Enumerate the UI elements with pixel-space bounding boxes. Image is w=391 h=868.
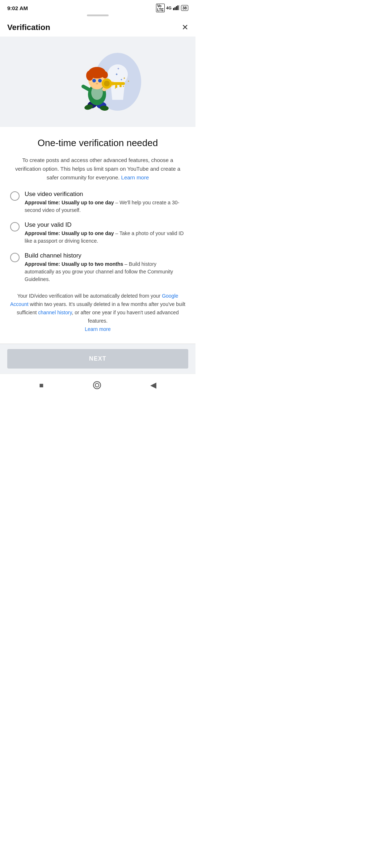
option-id: Use your valid ID Approval time: Usually… <box>10 221 185 245</box>
close-button[interactable]: ✕ <box>182 24 188 31</box>
svg-text:✦: ✦ <box>115 72 118 76</box>
option-history-desc: Approval time: Usually up to two months … <box>25 260 185 283</box>
option-video-text: Use video verification Approval time: Us… <box>25 191 185 214</box>
svg-line-21 <box>83 86 90 90</box>
option-video: Use video verification Approval time: Us… <box>10 191 185 214</box>
description-text: To create posts and access other advance… <box>10 156 185 182</box>
radio-history[interactable] <box>10 253 20 262</box>
bottom-nav: ■ ◀ <box>0 374 196 396</box>
next-button[interactable]: NEXT <box>7 349 188 369</box>
svg-rect-33 <box>119 85 122 87</box>
main-content: One-time verification needed To create p… <box>0 127 196 333</box>
verification-options: Use video verification Approval time: Us… <box>10 191 185 283</box>
radio-id[interactable] <box>10 222 20 231</box>
svg-point-28 <box>96 83 98 84</box>
header: Verification ✕ <box>0 19 196 37</box>
svg-point-26 <box>92 79 96 82</box>
status-icons: VoLTE 4G 38 <box>156 4 188 12</box>
footer-note: Your ID/video verification will be autom… <box>10 292 185 333</box>
svg-point-24 <box>86 71 93 81</box>
drag-handle <box>87 14 109 16</box>
status-bar: 9:02 AM VoLTE 4G 38 <box>0 0 196 14</box>
channel-history-link[interactable]: channel history <box>38 310 72 315</box>
svg-text:✦: ✦ <box>120 78 123 81</box>
svg-rect-3 <box>177 5 178 10</box>
battery-icon: 38 <box>181 5 188 11</box>
nav-back-icon[interactable]: ◀ <box>150 380 156 390</box>
network-icon: 4G <box>166 6 172 10</box>
svg-point-25 <box>102 71 108 78</box>
option-id-desc: Approval time: Usually up to one day – T… <box>25 230 185 245</box>
option-history-title: Build channel history <box>25 252 185 259</box>
learn-more-link-top[interactable]: Learn more <box>121 174 149 180</box>
radio-video[interactable] <box>10 191 20 201</box>
nav-home-icon[interactable] <box>93 381 101 389</box>
page-title: Verification <box>7 23 50 32</box>
option-id-text: Use your valid ID Approval time: Usually… <box>25 221 185 245</box>
svg-text:✦: ✦ <box>122 85 125 88</box>
main-title: One-time verification needed <box>10 137 185 149</box>
verification-illustration: ✦ ✦ ✦ ✦ ✦ ✦ <box>51 47 145 116</box>
nav-square-icon[interactable]: ■ <box>39 381 43 390</box>
status-time: 9:02 AM <box>7 5 28 11</box>
option-history: Build channel history Approval time: Usu… <box>10 252 185 283</box>
signal-icon <box>173 5 180 11</box>
svg-text:✦: ✦ <box>117 67 120 71</box>
svg-rect-4 <box>179 5 180 10</box>
svg-point-31 <box>104 81 110 86</box>
svg-text:✦: ✦ <box>123 77 126 80</box>
illustration-area: ✦ ✦ ✦ ✦ ✦ ✦ <box>0 37 196 127</box>
svg-text:✦: ✦ <box>127 80 130 82</box>
svg-rect-32 <box>115 85 117 88</box>
svg-rect-1 <box>175 7 176 10</box>
option-history-text: Build channel history Approval time: Usu… <box>25 252 185 283</box>
next-button-area: NEXT <box>0 344 196 374</box>
svg-rect-0 <box>173 8 174 10</box>
learn-more-link-bottom[interactable]: Learn more <box>85 326 111 332</box>
option-id-title: Use your valid ID <box>25 221 185 229</box>
option-video-title: Use video verification <box>25 191 185 198</box>
svg-rect-2 <box>176 6 177 10</box>
volte-icon: VoLTE <box>156 4 165 12</box>
option-video-desc: Approval time: Usually up to one day – W… <box>25 199 185 214</box>
svg-point-27 <box>98 79 102 82</box>
